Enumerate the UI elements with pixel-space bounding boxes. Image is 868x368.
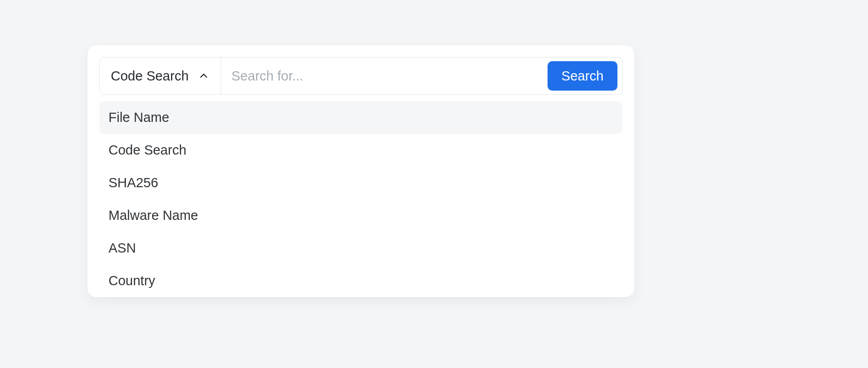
search-card: Code Search Search File Name Code Search… — [87, 45, 634, 297]
dropdown-option-file-name[interactable]: File Name — [99, 101, 622, 134]
chevron-up-icon — [199, 71, 209, 81]
dropdown-option-code-search[interactable]: Code Search — [99, 134, 622, 167]
search-button[interactable]: Search — [548, 61, 617, 91]
filter-selected-label: Code Search — [111, 69, 188, 84]
dropdown-option-asn[interactable]: ASN — [99, 232, 622, 264]
filter-selector[interactable]: Code Search — [100, 58, 221, 94]
filter-dropdown-list: File Name Code Search SHA256 Malware Nam… — [99, 101, 622, 297]
dropdown-option-malware-name[interactable]: Malware Name — [99, 199, 622, 232]
dropdown-option-country[interactable]: Country — [99, 264, 622, 297]
search-bar: Code Search Search — [99, 57, 622, 95]
dropdown-option-sha256[interactable]: SHA256 — [99, 167, 622, 199]
search-input[interactable] — [221, 58, 548, 94]
